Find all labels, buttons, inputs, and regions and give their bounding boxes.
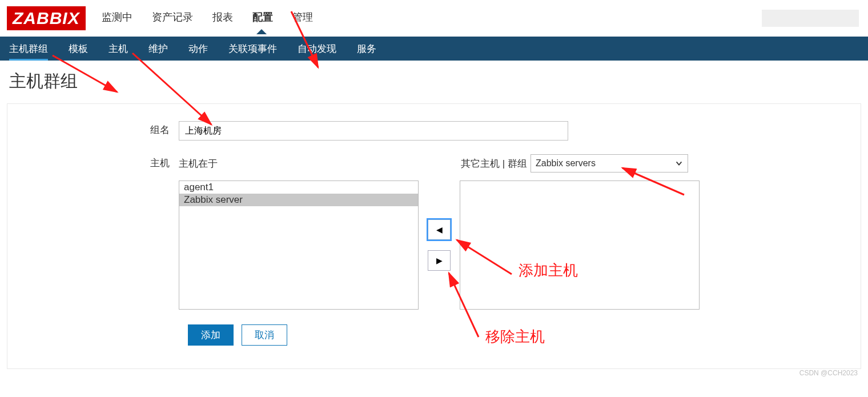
sub-nav-discovery[interactable]: 自动发现 (298, 37, 336, 61)
nav-label: 资产记录 (152, 11, 193, 23)
main-nav-reports[interactable]: 报表 (212, 10, 233, 29)
subnav-label: 模板 (69, 43, 88, 54)
subnav-label: 自动发现 (298, 43, 336, 54)
hosts-in-listbox[interactable]: agent1 Zabbix server (179, 181, 419, 310)
sub-nav-eventcorr[interactable]: 关联项事件 (228, 37, 277, 61)
add-button[interactable]: 添加 (188, 324, 234, 346)
other-hosts-label: 其它主机 | 群组 (461, 157, 527, 170)
main-nav-inventory[interactable]: 资产记录 (152, 10, 193, 29)
subnav-label: 关联项事件 (228, 43, 277, 54)
move-right-button[interactable]: ▶ (428, 250, 451, 271)
arrow-left-icon: ◀ (436, 225, 443, 234)
subnav-label: 维护 (148, 43, 168, 54)
sub-nav-maintenance[interactable]: 维护 (148, 37, 168, 61)
arrow-right-icon: ▶ (436, 256, 443, 265)
subnav-label: 动作 (188, 43, 208, 54)
subnav-label: 服务 (357, 43, 376, 54)
nav-label: 配置 (252, 11, 273, 23)
sub-nav: 主机群组 模板 主机 维护 动作 关联项事件 自动发现 服务 (0, 37, 868, 61)
logo[interactable]: ZABBIX (7, 6, 86, 30)
page-title: 主机群组 (0, 61, 868, 103)
sub-nav-hosts[interactable]: 主机 (108, 37, 128, 61)
main-nav-monitoring[interactable]: 监测中 (102, 10, 132, 29)
list-item[interactable]: Zabbix server (179, 194, 418, 206)
sub-nav-services[interactable]: 服务 (357, 37, 376, 61)
sub-nav-actions[interactable]: 动作 (188, 37, 208, 61)
main-nav-admin[interactable]: 管理 (292, 10, 313, 29)
group-name-input[interactable] (179, 121, 568, 141)
nav-label: 管理 (292, 11, 313, 23)
list-item[interactable]: agent1 (179, 181, 418, 194)
subnav-label: 主机群组 (9, 43, 48, 54)
sub-nav-templates[interactable]: 模板 (69, 37, 88, 61)
group-select-value: Zabbix servers (536, 158, 596, 169)
hosts-in-label: 主机在于 (179, 157, 218, 170)
watermark: CSDN @CCH2023 (799, 369, 858, 377)
other-hosts-listbox[interactable] (460, 181, 700, 310)
subnav-label: 主机 (108, 43, 128, 54)
cancel-button[interactable]: 取消 (242, 324, 287, 346)
option-label: agent1 (184, 182, 214, 193)
option-label: Zabbix server (184, 194, 243, 205)
group-name-label: 组名 (30, 121, 179, 137)
move-left-button[interactable]: ◀ (428, 219, 451, 240)
nav-label: 报表 (212, 11, 233, 23)
form-panel: 组名 主机 主机在于 其它主机 | 群组 Zabbix servers (7, 103, 861, 369)
nav-label: 监测中 (102, 11, 132, 23)
chevron-down-icon (675, 159, 683, 167)
sub-nav-hostgroups[interactable]: 主机群组 (9, 37, 48, 61)
main-nav-configuration[interactable]: 配置 (252, 10, 273, 29)
main-nav: 监测中 资产记录 报表 配置 管理 (102, 0, 313, 37)
group-select[interactable]: Zabbix servers (531, 154, 688, 173)
search-input[interactable] (762, 10, 859, 27)
hosts-label: 主机 (30, 154, 179, 170)
